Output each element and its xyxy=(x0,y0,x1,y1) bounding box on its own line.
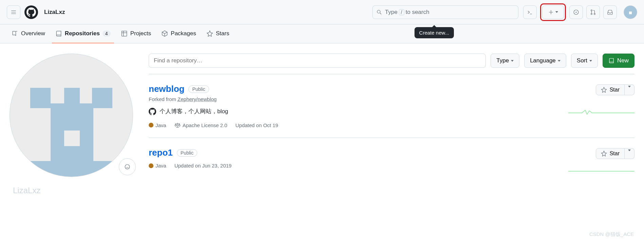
activity-sparkline xyxy=(568,164,634,175)
law-icon xyxy=(174,122,181,128)
github-logo-icon xyxy=(24,5,38,19)
visibility-badge: Public xyxy=(177,149,197,157)
svg-rect-6 xyxy=(122,31,127,36)
filter-label: Sort xyxy=(577,57,587,64)
repo-count-badge: 4 xyxy=(103,31,111,37)
hamburger-menu-button[interactable] xyxy=(7,5,20,19)
chevron-down-icon xyxy=(511,60,514,62)
user-avatar-button[interactable] xyxy=(624,5,637,19)
repo-meta: Java Updated on Jun 23, 2019 xyxy=(149,163,634,168)
slash-key-icon: / xyxy=(399,9,404,15)
create-button-highlight xyxy=(540,3,566,21)
star-icon xyxy=(601,87,607,93)
search-text-suffix: to search xyxy=(406,9,429,16)
star-button[interactable]: Star xyxy=(596,148,625,159)
plus-icon xyxy=(548,9,554,15)
chevron-down-icon xyxy=(589,60,592,62)
sort-filter-button[interactable]: Sort xyxy=(571,54,598,68)
create-tooltip: Create new... xyxy=(415,27,454,38)
language-dot-icon xyxy=(149,123,153,127)
forked-source-link[interactable]: Zephery/newblog xyxy=(178,96,217,102)
star-icon xyxy=(206,30,213,37)
updated-text: Updated on Jun 23, 2019 xyxy=(174,163,232,168)
find-repository-input[interactable] xyxy=(149,54,486,68)
inbox-icon xyxy=(607,9,613,15)
tab-label: Overview xyxy=(21,30,45,37)
svg-point-5 xyxy=(594,13,595,15)
logo-link[interactable] xyxy=(24,5,38,19)
avatar-icon xyxy=(626,7,634,17)
search-icon xyxy=(376,9,382,15)
language: Java xyxy=(149,122,166,128)
repo-icon xyxy=(55,30,62,37)
smiley-icon xyxy=(124,164,130,170)
new-repo-button[interactable]: New xyxy=(603,54,634,68)
tab-overview[interactable]: Overview xyxy=(8,24,49,43)
chevron-down-icon xyxy=(628,86,631,93)
forked-from: Forked from Zephery/newblog xyxy=(149,96,634,102)
visibility-badge: Public xyxy=(188,85,209,93)
repo-item: newblog Public Forked from Zephery/newbl… xyxy=(149,74,634,138)
repo-list-content: Type Language Sort New newblog Public Fo… xyxy=(149,54,634,178)
star-dropdown-button[interactable] xyxy=(625,84,634,95)
search-input[interactable]: Type / to search xyxy=(372,5,518,19)
terminal-icon xyxy=(527,9,533,15)
repo-description: 个人博客，个人网站，blog xyxy=(149,107,634,115)
tab-repositories[interactable]: Repositories 4 xyxy=(52,24,114,43)
tab-label: Projects xyxy=(130,30,151,37)
star-dropdown-button[interactable] xyxy=(625,148,634,159)
new-label: New xyxy=(617,57,629,64)
description-text: 个人博客，个人网站，blog xyxy=(160,107,228,115)
svg-point-0 xyxy=(377,10,380,13)
type-filter-button[interactable]: Type xyxy=(491,54,519,68)
repo-item: repo1 Public Java Updated on Jun 23, 201… xyxy=(149,138,634,178)
create-new-button[interactable] xyxy=(542,5,564,19)
pull-requests-button[interactable] xyxy=(586,5,600,19)
profile-tabs: Overview Repositories 4 Projects Package… xyxy=(0,24,644,43)
tab-label: Packages xyxy=(171,30,196,37)
profile-avatar[interactable] xyxy=(10,54,133,177)
star-button[interactable]: Star xyxy=(596,84,625,95)
pull-request-icon xyxy=(590,9,596,15)
repo-meta: Java Apache License 2.0 Updated on Oct 1… xyxy=(149,122,634,128)
repo-name-link[interactable]: repo1 xyxy=(149,147,173,158)
filter-label: Language xyxy=(530,57,556,64)
issues-button[interactable] xyxy=(569,5,583,19)
updated-text: Updated on Oct 19 xyxy=(235,122,278,128)
tab-projects[interactable]: Projects xyxy=(117,24,154,43)
book-icon xyxy=(12,30,18,37)
global-header: LizaLxz Type / to search xyxy=(0,0,644,24)
chevron-down-icon xyxy=(555,11,558,13)
tab-label: Stars xyxy=(216,30,229,37)
language-filter-button[interactable]: Language xyxy=(524,54,566,68)
command-palette-button[interactable] xyxy=(523,5,537,19)
tab-label: Repositories xyxy=(65,30,100,37)
main-content: LizaLxz Type Language Sort New newblog P… xyxy=(0,43,644,178)
issue-icon xyxy=(573,9,579,15)
header-actions xyxy=(523,3,637,21)
svg-point-4 xyxy=(591,13,592,15)
tab-packages[interactable]: Packages xyxy=(158,24,200,43)
header-username[interactable]: LizaLxz xyxy=(44,9,65,16)
svg-point-2 xyxy=(576,12,577,13)
watermark: CSDN @猫饭_ACE xyxy=(589,231,634,238)
chevron-down-icon xyxy=(628,150,631,156)
star-label: Star xyxy=(610,87,620,93)
profile-sidebar: LizaLxz xyxy=(10,54,139,178)
activity-sparkline xyxy=(568,106,634,116)
profile-name: LizaLxz xyxy=(13,186,40,195)
octocat-icon xyxy=(149,108,156,115)
repo-name-link[interactable]: newblog xyxy=(149,84,184,94)
svg-point-3 xyxy=(591,9,592,11)
language: Java xyxy=(149,163,166,168)
table-icon xyxy=(121,30,128,37)
tab-stars[interactable]: Stars xyxy=(203,24,233,43)
notifications-button[interactable] xyxy=(603,5,617,19)
hamburger-icon xyxy=(11,9,17,15)
set-status-button[interactable] xyxy=(119,158,136,175)
license: Apache License 2.0 xyxy=(174,122,227,128)
star-block: Star xyxy=(596,148,634,159)
package-icon xyxy=(161,30,168,37)
star-label: Star xyxy=(610,151,620,157)
star-icon xyxy=(601,151,607,157)
